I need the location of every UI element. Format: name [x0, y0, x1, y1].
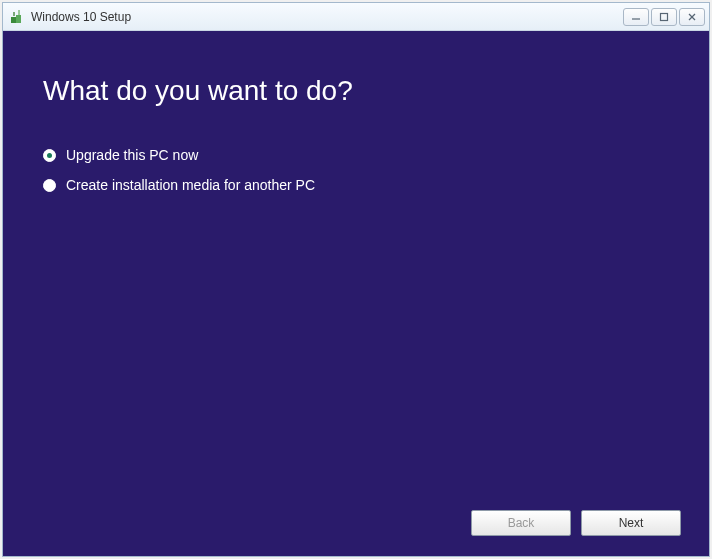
- window-controls: [623, 8, 705, 26]
- content-area: What do you want to do? Upgrade this PC …: [3, 31, 709, 556]
- window-title: Windows 10 Setup: [31, 10, 623, 24]
- option-label: Upgrade this PC now: [66, 147, 198, 163]
- radio-icon: [43, 179, 56, 192]
- option-create-media[interactable]: Create installation media for another PC: [43, 177, 669, 193]
- minimize-button[interactable]: [623, 8, 649, 26]
- setup-window: Windows 10 Setup What do you want to do?…: [2, 2, 710, 557]
- radio-icon: [43, 149, 56, 162]
- app-icon: [9, 9, 25, 25]
- maximize-button[interactable]: [651, 8, 677, 26]
- option-label: Create installation media for another PC: [66, 177, 315, 193]
- next-button[interactable]: Next: [581, 510, 681, 536]
- option-upgrade-now[interactable]: Upgrade this PC now: [43, 147, 669, 163]
- page-heading: What do you want to do?: [43, 75, 669, 107]
- footer-buttons: Back Next: [471, 510, 681, 536]
- svg-rect-1: [16, 15, 21, 23]
- svg-rect-2: [13, 12, 15, 16]
- back-button[interactable]: Back: [471, 510, 571, 536]
- svg-rect-5: [661, 13, 668, 20]
- close-button[interactable]: [679, 8, 705, 26]
- titlebar: Windows 10 Setup: [3, 3, 709, 31]
- svg-rect-0: [11, 17, 16, 23]
- svg-rect-3: [18, 10, 20, 15]
- options-group: Upgrade this PC now Create installation …: [43, 147, 669, 193]
